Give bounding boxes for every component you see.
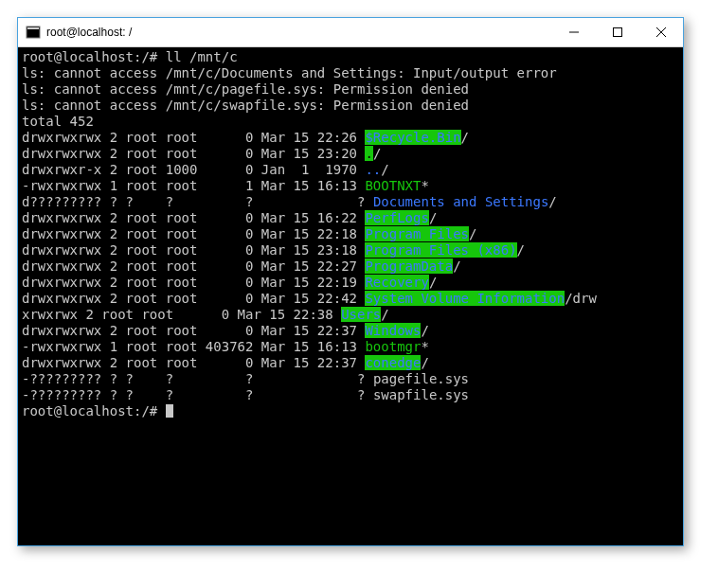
listing-row: -rwxrwxrwx 1 root root 403762 Mar 15 16:… — [22, 339, 679, 355]
listing-row: drwxrwxrwx 2 root root 0 Mar 15 16:22 Pe… — [22, 210, 679, 226]
listing-row: drwxrwxrwx 2 root root 0 Mar 15 23:20 ./ — [22, 146, 679, 162]
total-line: total 452 — [22, 114, 679, 130]
prompt-line: root@localhost:/# ll /mnt/c — [22, 49, 679, 65]
close-button[interactable] — [639, 18, 683, 46]
listing-row: drwxrwxrwx 2 root root 0 Mar 15 22:19 Re… — [22, 275, 679, 291]
terminal-window: root@localhost: / root@localhost:/# ll /… — [17, 17, 684, 546]
listing-row: -????????? ? ? ? ? ? swapfile.sys — [22, 387, 679, 403]
listing-row: drwxrwxrwx 2 root root 0 Mar 15 22:26 $R… — [22, 130, 679, 146]
terminal-body[interactable]: root@localhost:/# ll /mnt/cls: cannot ac… — [18, 47, 683, 545]
listing-row: drwxrwxrwx 2 root root 0 Mar 15 23:18 Pr… — [22, 242, 679, 258]
listing-row: drwxrwxrwx 2 root root 0 Mar 15 22:42 Sy… — [22, 291, 679, 307]
error-line: ls: cannot access /mnt/c/pagefile.sys: P… — [22, 81, 679, 98]
listing-row: drwxrwxr-x 2 root 1000 0 Jan 1 1970 ../ — [22, 162, 679, 178]
listing-row: drwxrwxrwx 2 root root 0 Mar 15 22:18 Pr… — [22, 226, 679, 242]
listing-row: xrwxrwx 2 root root 0 Mar 15 22:38 Users… — [22, 307, 679, 323]
titlebar[interactable]: root@localhost: / — [18, 18, 683, 47]
app-icon — [26, 25, 41, 40]
error-line: ls: cannot access /mnt/c/Documents and S… — [22, 65, 679, 81]
listing-row: -rwxrwxrwx 1 root root 1 Mar 15 16:13 BO… — [22, 178, 679, 194]
window-title: root@localhost: / — [46, 26, 132, 39]
prompt-line: root@localhost:/# — [22, 403, 679, 419]
svg-rect-1 — [27, 27, 39, 29]
error-line: ls: cannot access /mnt/c/swapfile.sys: P… — [22, 98, 679, 114]
maximize-button[interactable] — [596, 18, 639, 46]
listing-row: drwxrwxrwx 2 root root 0 Mar 15 22:37 Wi… — [22, 323, 679, 339]
svg-rect-3 — [614, 28, 622, 37]
listing-row: drwxrwxrwx 2 root root 0 Mar 15 22:37 co… — [22, 355, 679, 371]
cursor — [166, 404, 173, 418]
listing-row: d????????? ? ? ? ? ? Documents and Setti… — [22, 194, 679, 210]
listing-row: drwxrwxrwx 2 root root 0 Mar 15 22:27 Pr… — [22, 258, 679, 275]
minimize-button[interactable] — [552, 18, 596, 46]
listing-row: -????????? ? ? ? ? ? pagefile.sys — [22, 371, 679, 387]
